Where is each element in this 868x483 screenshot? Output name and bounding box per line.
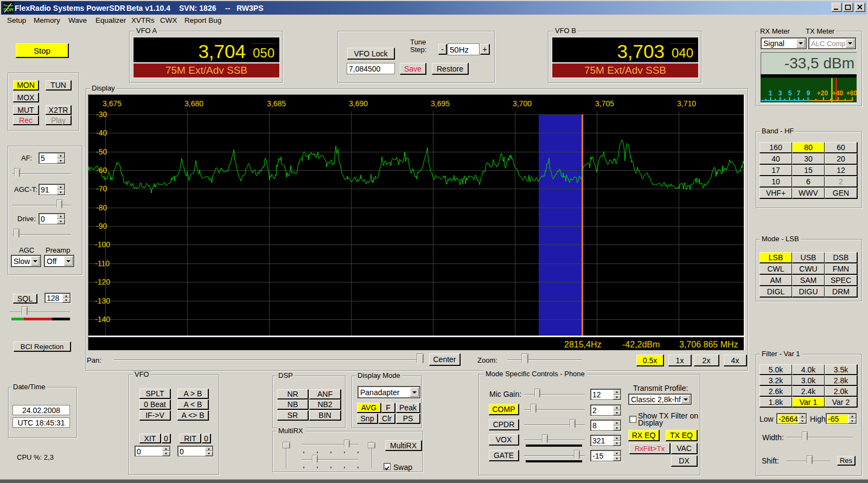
svg-text:3,680: 3,680 xyxy=(184,99,203,108)
svg-text:3,710: 3,710 xyxy=(677,99,696,108)
svg-text:-100: -100 xyxy=(95,240,110,249)
svg-text:-70: -70 xyxy=(96,184,107,193)
svg-text:3: 3 xyxy=(778,89,782,97)
svg-text:-90: -90 xyxy=(96,222,107,230)
svg-text:+60: +60 xyxy=(846,89,857,97)
svg-text:5: 5 xyxy=(788,89,792,97)
svg-text:3,685: 3,685 xyxy=(267,99,286,108)
svg-text:-140: -140 xyxy=(95,315,110,324)
svg-text:9: 9 xyxy=(807,89,810,97)
svg-text:-50: -50 xyxy=(96,147,107,156)
svg-text:-130: -130 xyxy=(95,297,110,305)
svg-text:+20: +20 xyxy=(817,89,828,97)
svg-text:-40: -40 xyxy=(96,128,107,137)
svg-text:-30: -30 xyxy=(96,110,107,119)
svg-text:3,700: 3,700 xyxy=(513,99,532,108)
svg-text:3,690: 3,690 xyxy=(349,99,368,108)
svg-text:-110: -110 xyxy=(95,259,110,268)
svg-text:3,695: 3,695 xyxy=(431,99,450,108)
svg-text:3,675: 3,675 xyxy=(103,99,122,108)
svg-text:-120: -120 xyxy=(95,278,110,286)
svg-text:1: 1 xyxy=(769,89,773,97)
svg-text:-80: -80 xyxy=(96,203,107,212)
svg-text:7: 7 xyxy=(797,89,801,97)
svg-text:+40: +40 xyxy=(832,89,844,97)
svg-text:3,705: 3,705 xyxy=(595,99,614,108)
